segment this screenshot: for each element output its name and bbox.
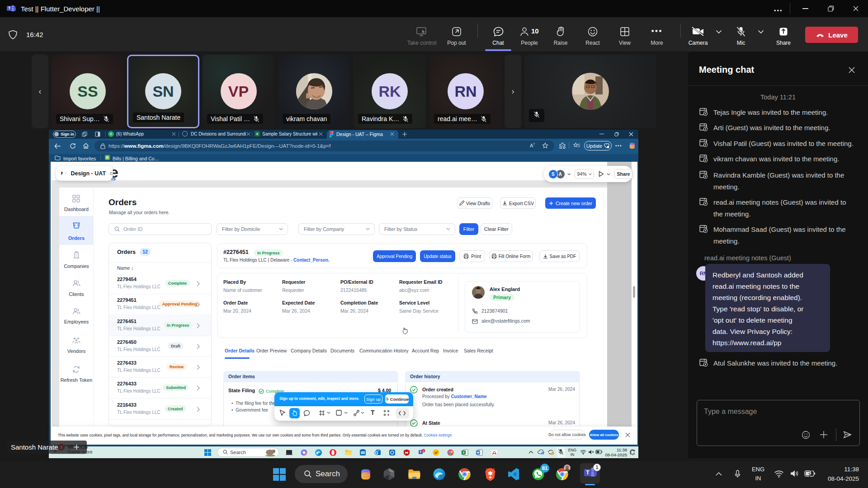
svg-text:W: W [476, 450, 480, 455]
svg-text:T: T [586, 469, 590, 476]
svg-text:T: T [8, 6, 11, 10]
svg-text:X: X [462, 450, 465, 455]
svg-text:T: T [420, 450, 422, 454]
